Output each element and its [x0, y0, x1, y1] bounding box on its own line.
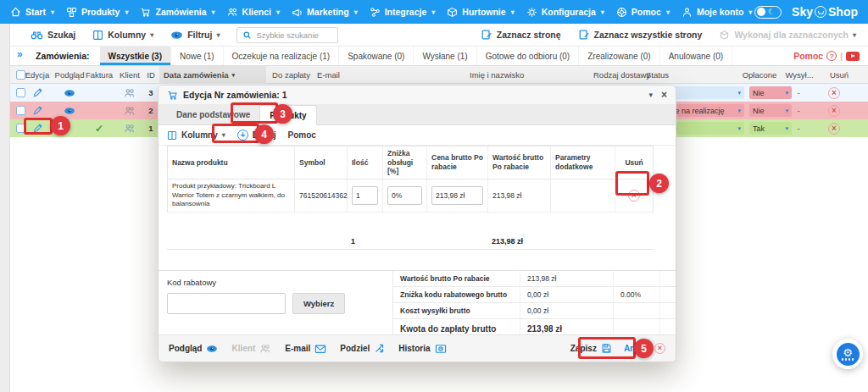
- discount-input[interactable]: [387, 186, 422, 205]
- nav-start[interactable]: Start ▾: [10, 7, 54, 18]
- close-icon[interactable]: ×: [661, 89, 667, 101]
- paid-select[interactable]: Nie▾: [749, 104, 792, 117]
- price-input[interactable]: [431, 186, 483, 205]
- tab-oczekuje[interactable]: Oczekuje na realizacje (1): [224, 47, 340, 65]
- tab-anulowane[interactable]: Anulowane (0): [660, 47, 732, 65]
- settings-fab[interactable]: ⚙: [832, 339, 863, 369]
- delete-product-icon[interactable]: ×: [628, 190, 640, 202]
- edit-icon[interactable]: [32, 87, 43, 98]
- preview-button[interactable]: Podgląd: [169, 344, 218, 353]
- expand-sidebar-icon[interactable]: »: [17, 48, 23, 60]
- chevron-down-icon: ▾: [212, 8, 215, 16]
- nav-zamowienia[interactable]: Zamówienia ▾: [140, 7, 214, 18]
- paid-select[interactable]: Nie▾: [749, 86, 792, 99]
- columns-icon: [167, 130, 177, 141]
- question-circle-icon[interactable]: ?: [826, 51, 837, 61]
- dark-mode-toggle[interactable]: ☾: [754, 6, 782, 19]
- chevron-down-icon: ▾: [737, 125, 741, 132]
- filter-button[interactable]: Filtruj ▾: [170, 30, 220, 40]
- paid-select[interactable]: Tak▾: [749, 122, 792, 135]
- modal-help-button[interactable]: Pomoc: [288, 130, 316, 140]
- order-id: 1: [144, 119, 158, 137]
- nav-klienci[interactable]: Klienci ▾: [227, 7, 280, 18]
- modal-summary-section: Kod rabatowy Wybierz Wartość brutto Po r…: [159, 270, 676, 336]
- nav-pomoc[interactable]: Pomoc ▾: [616, 7, 670, 18]
- invoice-check-icon: ✓: [95, 123, 103, 135]
- help-icon: [616, 7, 627, 18]
- orders-icon: [140, 7, 151, 18]
- clients-icon: [259, 344, 271, 354]
- nav-produkty[interactable]: Produkty ▾: [66, 7, 129, 18]
- chevron-down-icon: ▾: [748, 8, 752, 16]
- nav-hurtownie[interactable]: Hurtownie ▾: [447, 7, 514, 18]
- nav-integracje[interactable]: Integracje ▾: [370, 7, 436, 18]
- search-button[interactable]: Szukaj: [31, 30, 75, 41]
- summary-row: Zniżka kodu rabatowego brutto 0,00 zł 0.…: [393, 287, 676, 303]
- columns-button[interactable]: Kolumny ▾: [92, 30, 153, 41]
- tab-nowe[interactable]: Nowe (1): [171, 47, 224, 65]
- modal-columns-button[interactable]: Kolumny ▾: [167, 130, 225, 141]
- tab-spakowane[interactable]: Spakowane (0): [339, 47, 414, 65]
- shipment-value: -: [797, 106, 799, 115]
- history-button[interactable]: Historia: [398, 344, 446, 354]
- preview-eye-icon[interactable]: [64, 89, 75, 97]
- annotation-badge-4: 4: [254, 124, 274, 144]
- split-button[interactable]: Podziel: [340, 343, 385, 354]
- nav-marketing[interactable]: Marketing ▾: [292, 7, 358, 18]
- product-name: Produkt przykładowy: Trickboard L Warrio…: [172, 182, 290, 209]
- tab-wszystkie[interactable]: Wszystkie (3): [100, 47, 171, 65]
- cancel-icon: ×: [654, 343, 665, 354]
- run-for-selected-button[interactable]: Wykonaj dla zaznaczonych ▾: [719, 30, 856, 41]
- quick-search-input[interactable]: [256, 30, 332, 40]
- client-icon[interactable]: [124, 106, 136, 116]
- row-checkbox[interactable]: [16, 106, 25, 115]
- help-link[interactable]: Pomoc ? |: [793, 51, 868, 61]
- plus-circle-icon: +: [237, 130, 248, 141]
- edit-icon[interactable]: [32, 105, 43, 116]
- choose-code-button[interactable]: Wybierz: [292, 293, 345, 314]
- product-value: 213,98 zł: [488, 179, 551, 213]
- chevron-down-icon: ▾: [431, 8, 435, 16]
- collapsed-sidebar: [0, 24, 10, 392]
- tab-dane-podstawowe[interactable]: Dane podstawowe: [167, 105, 259, 124]
- edit-icon[interactable]: [32, 123, 43, 134]
- tab-zrealizowane[interactable]: Zrealizowane (0): [579, 47, 659, 65]
- tab-gotowe[interactable]: Gotowe do odbioru (0): [477, 47, 580, 65]
- save-floppy-icon: [601, 343, 612, 354]
- summary-row: Koszt wysyłki brutto 0,00 zł: [393, 303, 676, 319]
- eye-icon: [170, 30, 183, 40]
- nav-moje-konto[interactable]: Moje konto ▾: [682, 7, 752, 18]
- delete-order-icon[interactable]: ×: [828, 123, 840, 135]
- preview-eye-icon[interactable]: [64, 107, 75, 115]
- row-checkbox[interactable]: [16, 88, 25, 97]
- select-page-button[interactable]: Zaznacz stronę: [481, 29, 561, 41]
- col-email: E-mail: [317, 66, 419, 84]
- annotation-badge-3: 3: [273, 104, 292, 124]
- product-symbol: 761520614362: [295, 179, 348, 213]
- youtube-icon[interactable]: [846, 52, 860, 61]
- tab-wyslane[interactable]: Wysłane (1): [414, 47, 476, 65]
- modal-tabs: Dane podstawowe Produkty: [159, 105, 676, 125]
- col-faktura: Faktura: [83, 66, 115, 84]
- delete-order-icon[interactable]: ×: [828, 87, 840, 99]
- client-button[interactable]: Klient: [231, 344, 271, 354]
- top-navbar: Start ▾ Produkty ▾ Zamówienia ▾ Klienci …: [0, 0, 868, 24]
- client-icon[interactable]: [124, 88, 136, 98]
- collapse-icon[interactable]: ▾: [648, 91, 653, 99]
- row-checkbox[interactable]: [16, 124, 25, 133]
- select-all-pages-button[interactable]: Zaznacz wszystkie strony: [578, 29, 703, 41]
- product-row: Produkt przykładowy: Trickboard L Warrio…: [168, 179, 653, 213]
- col-klient: Klient: [115, 66, 144, 84]
- client-icon[interactable]: [124, 124, 136, 134]
- split-arrows-icon: [374, 343, 385, 354]
- nav-konfiguracja[interactable]: Konfiguracja ▾: [526, 7, 604, 18]
- col-wysylka: Wysył...: [783, 66, 815, 84]
- email-button[interactable]: E-mail: [285, 344, 326, 354]
- col-data-zamowienia[interactable]: Data zamówienia▾: [159, 66, 266, 84]
- chevron-down-icon: ▾: [737, 90, 741, 97]
- qty-input[interactable]: [352, 186, 378, 205]
- discount-code-input[interactable]: [167, 293, 286, 314]
- delete-order-icon[interactable]: ×: [828, 105, 840, 117]
- marketing-icon: [292, 7, 303, 18]
- save-button[interactable]: Zapisz: [570, 343, 612, 354]
